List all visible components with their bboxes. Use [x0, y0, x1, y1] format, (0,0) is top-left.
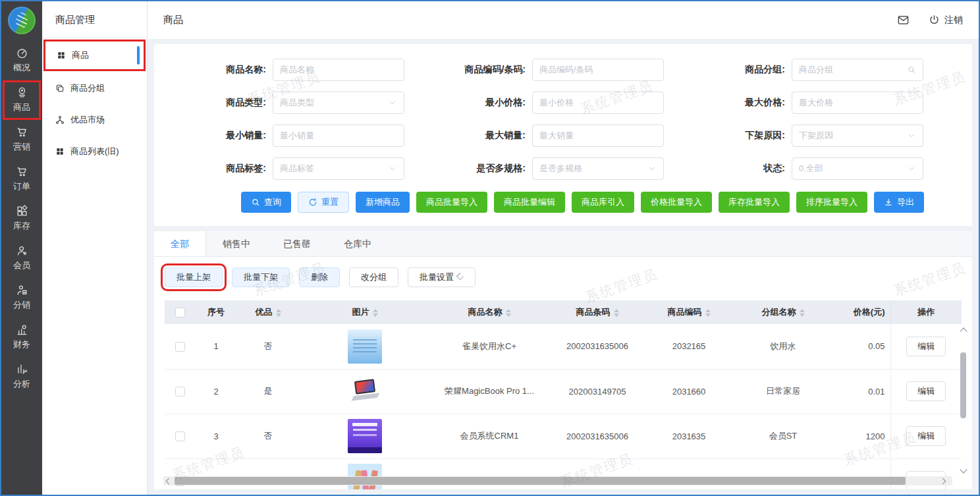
query-button[interactable]: 查询	[241, 192, 291, 213]
cell-code: 2031660	[647, 369, 731, 414]
edit-button[interactable]: 编辑	[906, 381, 946, 401]
sidebar-item-members[interactable]: 会员	[1, 238, 42, 278]
product-type-select[interactable]: 商品类型	[273, 92, 404, 114]
logout-button[interactable]: 注销	[928, 14, 963, 26]
tab-on-sale[interactable]: 销售中	[206, 231, 267, 256]
header-barcode[interactable]: 商品条码	[548, 300, 647, 324]
vertical-scrollbar[interactable]	[959, 329, 968, 472]
sidebar-item-overview[interactable]: 概况	[1, 41, 42, 80]
sidebar-item-orders[interactable]: 订单	[1, 159, 42, 199]
filter-label: 商品编码/条码:	[433, 64, 532, 76]
product-image[interactable]	[348, 419, 382, 453]
bulk-off-shelf-button[interactable]: 批量下架	[232, 267, 290, 287]
filter-label: 商品名称:	[174, 64, 273, 76]
mail-icon[interactable]	[897, 14, 910, 26]
cell-name: 荣耀MagicBook Pro 1...	[431, 369, 548, 414]
boxes-icon	[16, 205, 28, 217]
change-group-button[interactable]: 改分组	[349, 267, 398, 287]
import-products-button[interactable]: 商品批量导入	[416, 192, 487, 213]
product-image-detail	[351, 393, 380, 400]
sort-icon[interactable]	[276, 309, 281, 317]
filter-label: 商品标签:	[174, 163, 273, 175]
min-price-input[interactable]: 最小价格	[532, 92, 664, 114]
cell-checkbox	[165, 414, 195, 458]
product-name-input[interactable]: 商品名称	[273, 59, 404, 81]
edit-button[interactable]: 编辑	[906, 426, 946, 446]
sidebar-item-label: 概况	[13, 62, 30, 74]
horizontal-scrollbar[interactable]	[163, 476, 952, 485]
sidebar-item-analytics[interactable]: 分析	[1, 357, 42, 397]
sidebar-item-finance[interactable]: 财务	[1, 317, 42, 357]
add-product-button[interactable]: 新增商品	[356, 192, 410, 213]
chevron-down-icon	[388, 98, 397, 107]
vertical-scroll-thumb[interactable]	[960, 352, 966, 418]
scroll-left-arrow[interactable]	[166, 478, 173, 484]
max-sales-input[interactable]: 最大销量	[532, 124, 664, 147]
sort-icon[interactable]	[373, 309, 378, 317]
sidebar-item-label: 分析	[13, 378, 30, 390]
import-price-button[interactable]: 价格批量导入	[641, 192, 712, 213]
export-button[interactable]: 导出	[874, 192, 924, 213]
horizontal-scroll-thumb[interactable]	[175, 477, 906, 485]
sidebar-item-products[interactable]: 商品	[3, 80, 41, 120]
scroll-up-arrow[interactable]	[960, 327, 967, 335]
product-code-input[interactable]: 商品编码/条码	[532, 59, 664, 81]
sidebar-item-inventory[interactable]: 库存	[1, 199, 42, 238]
chevron-down-icon	[907, 164, 916, 173]
filter-label: 商品分组:	[693, 64, 792, 76]
scroll-right-arrow[interactable]	[940, 478, 946, 484]
import-stock-button[interactable]: 库存批量导入	[719, 192, 790, 213]
submenu-item-product-list-old[interactable]: 商品列表(旧)	[42, 136, 147, 167]
app-logo[interactable]	[8, 7, 36, 34]
sidebar-item-label: 库存	[13, 220, 30, 232]
product-tag-select[interactable]: 商品标签	[273, 157, 404, 180]
active-indicator	[137, 46, 140, 65]
sort-icon[interactable]	[800, 309, 805, 317]
submenu-item-products[interactable]: 商品	[43, 40, 146, 71]
row-checkbox[interactable]	[175, 431, 185, 441]
reset-button[interactable]: 重置	[298, 192, 349, 213]
submenu-item-premium-market[interactable]: 优品市场	[42, 104, 147, 136]
batch-edit-button[interactable]: 商品批量编辑	[494, 192, 565, 213]
edit-button[interactable]: 编辑	[906, 337, 946, 356]
offshelf-reason-select[interactable]: 下架原因	[792, 124, 923, 147]
import-library-button[interactable]: 商品库引入	[572, 192, 634, 213]
bulk-on-shelf-button[interactable]: 批量上架	[165, 267, 223, 287]
header-premium[interactable]: 优品	[237, 300, 299, 324]
sidebar-item-label: 财务	[13, 339, 30, 350]
header-code[interactable]: 商品编码	[647, 300, 731, 324]
product-image[interactable]	[348, 329, 382, 364]
header-group[interactable]: 分组名称	[731, 300, 835, 324]
cell-actions: 编辑	[890, 369, 962, 414]
filter-label: 最小价格:	[433, 97, 532, 109]
bulk-delete-button[interactable]: 删除	[299, 267, 340, 287]
header-image[interactable]: 图片	[299, 300, 431, 324]
max-price-input[interactable]: 最大价格	[792, 92, 923, 114]
submenu-item-groups[interactable]: 商品分组	[42, 72, 147, 104]
analytics-icon	[16, 363, 28, 375]
tab-in-warehouse[interactable]: 仓库中	[327, 231, 388, 256]
select-all-checkbox[interactable]	[175, 308, 185, 317]
submenu-item-label: 优品市场	[70, 114, 105, 126]
sort-icon[interactable]	[506, 309, 511, 317]
status-select[interactable]: 0.全部	[792, 157, 923, 180]
member-icon	[16, 244, 28, 257]
sidebar-item-distribution[interactable]: 分销	[1, 278, 42, 317]
min-sales-input[interactable]: 最小销量	[273, 124, 404, 147]
import-sort-button[interactable]: 排序批量导入	[796, 192, 867, 213]
row-checkbox[interactable]	[175, 342, 185, 352]
tab-sold-out[interactable]: 已售罄	[267, 231, 327, 256]
sidebar-item-marketing[interactable]: 营销	[1, 120, 42, 159]
sort-icon[interactable]	[614, 309, 619, 317]
distributor-icon	[16, 284, 28, 296]
product-group-input[interactable]: 商品分组	[792, 59, 923, 81]
scroll-down-arrow[interactable]	[960, 466, 967, 473]
product-image[interactable]	[348, 374, 382, 408]
tab-all[interactable]: 全部	[154, 231, 206, 256]
batch-set-button[interactable]: 批量设置	[408, 267, 476, 287]
row-checkbox[interactable]	[175, 387, 185, 397]
cart-icon	[16, 165, 28, 178]
sort-icon[interactable]	[705, 309, 711, 317]
header-name[interactable]: 商品名称	[431, 300, 548, 324]
multi-spec-select[interactable]: 是否多规格	[532, 157, 664, 180]
